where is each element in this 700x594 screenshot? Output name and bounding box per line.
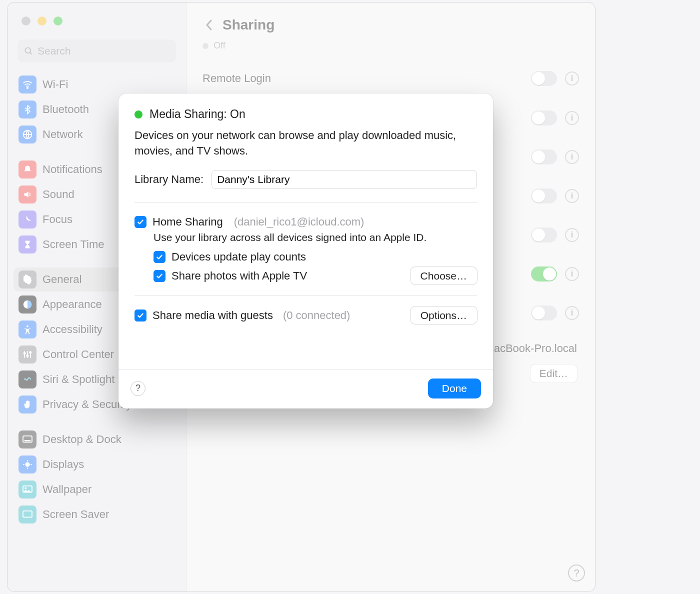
back-button[interactable] (200, 16, 218, 34)
info-icon[interactable]: i (565, 189, 579, 203)
row-status-off: Off (196, 40, 586, 59)
home-sharing-description: Use your library across all devices sign… (154, 232, 477, 244)
sidebar-item-label: Bluetooth (42, 103, 89, 116)
display-icon (18, 456, 36, 474)
sharing-toggle[interactable] (531, 71, 557, 86)
local-hostname: acBook-Pro.local (494, 342, 577, 355)
hourglass-icon (18, 236, 36, 254)
dialog-help-button[interactable]: ? (130, 381, 146, 396)
sidebar-item-label: Notifications (42, 163, 102, 176)
sidebar-item-label: Siri & Spotlight (42, 373, 114, 386)
share-guests-count: (0 connected) (283, 309, 350, 322)
guest-options-button[interactable]: Options… (410, 306, 477, 324)
share-guests-label: Share media with guests (152, 309, 273, 322)
sidebar-item-label: Focus (42, 213, 72, 226)
page-title: Sharing (222, 17, 274, 33)
sidebar-item-label: Wi-Fi (42, 78, 68, 91)
sliders-icon (18, 346, 36, 364)
sharing-toggle[interactable] (531, 306, 557, 320)
media-sharing-status: Media Sharing: On (150, 108, 246, 121)
svg-point-0 (25, 48, 30, 53)
sidebar-item-label: General (42, 273, 82, 286)
status-dot-on (134, 110, 142, 118)
info-icon[interactable]: i (565, 111, 579, 125)
home-sharing-label: Home Sharing (152, 216, 223, 228)
saver-icon (18, 506, 36, 524)
svg-point-11 (26, 355, 28, 356)
info-icon[interactable]: i (565, 150, 579, 164)
svg-rect-23 (23, 511, 32, 518)
sharing-toggle[interactable] (531, 188, 557, 204)
sharing-toggle[interactable] (531, 228, 557, 242)
svg-point-12 (30, 352, 31, 353)
bluetooth-icon (18, 100, 36, 118)
choose-photos-button[interactable]: Choose… (410, 267, 477, 284)
sidebar-item-wallpaper[interactable]: Wallpaper (14, 478, 180, 502)
sidebar-item-label: Control Center (42, 348, 114, 361)
sharing-toggle[interactable] (531, 150, 557, 164)
sidebar-item-label: Displays (42, 458, 84, 471)
svg-point-16 (25, 462, 30, 466)
svg-point-2 (27, 88, 28, 88)
svg-point-10 (24, 352, 26, 354)
gear-icon (18, 270, 36, 288)
play-counts-label: Devices update play counts (172, 250, 306, 264)
search-field[interactable] (18, 40, 176, 62)
search-icon (24, 46, 34, 56)
share-photos-label: Share photos with Apple TV (172, 270, 307, 282)
share-guests-checkbox[interactable] (134, 310, 146, 322)
svg-point-22 (25, 488, 27, 490)
close-window-button[interactable] (22, 16, 30, 26)
globe-icon (18, 126, 36, 144)
media-sharing-description: Devices on your network can browse and p… (134, 128, 477, 159)
off-label: Off (214, 40, 226, 51)
sidebar-item-label: Screen Saver (42, 508, 109, 521)
window-controls (8, 2, 186, 26)
sidebar-item-desktop-dock[interactable]: Desktop & Dock (14, 428, 180, 452)
sharing-row: Remote Logini (196, 59, 586, 98)
sidebar-item-label: Sound (42, 188, 74, 201)
sidebar-item-label: Network (42, 128, 83, 141)
sharing-toggle[interactable] (531, 266, 557, 282)
edit-hostname-button[interactable]: Edit… (530, 364, 577, 382)
sidebar-item-label: Accessibility (42, 323, 102, 336)
sidebar-item-wi-fi[interactable]: Wi-Fi (14, 72, 180, 96)
svg-point-6 (26, 326, 28, 328)
svg-rect-15 (24, 440, 31, 442)
siri-icon (18, 370, 36, 388)
library-name-label: Library Name: (134, 173, 204, 186)
search-input[interactable] (38, 45, 170, 57)
done-button[interactable]: Done (428, 378, 481, 398)
sidebar-item-displays[interactable]: Displays (14, 452, 180, 476)
svg-line-1 (30, 52, 32, 54)
wallpaper-icon (18, 480, 36, 498)
info-icon[interactable]: i (565, 72, 579, 86)
home-sharing-account: (daniel_rico1@icloud.com) (234, 216, 364, 228)
a11y-icon (18, 320, 36, 338)
sidebar-item-screen-saver[interactable]: Screen Saver (14, 502, 180, 526)
dock-icon (18, 430, 36, 448)
media-sharing-dialog: Media Sharing: On Devices on your networ… (118, 94, 493, 408)
library-name-input[interactable] (212, 170, 477, 189)
sidebar-item-label: Desktop & Dock (42, 433, 122, 446)
sidebar-item-label: Appearance (42, 298, 102, 311)
info-icon[interactable]: i (565, 228, 579, 242)
maximize-window-button[interactable] (54, 16, 62, 26)
sharing-toggle[interactable] (531, 110, 557, 126)
help-button[interactable]: ? (568, 564, 585, 582)
play-counts-checkbox[interactable] (154, 251, 166, 263)
home-sharing-checkbox[interactable] (134, 216, 146, 228)
speaker-icon (18, 186, 36, 204)
sidebar-item-label: Screen Time (42, 238, 104, 251)
wifi-icon (18, 76, 36, 94)
moon-icon (18, 210, 36, 228)
status-dot-off (202, 43, 208, 49)
sidebar-item-label: Wallpaper (42, 483, 92, 496)
info-icon[interactable]: i (565, 306, 579, 320)
sharing-row-label: Remote Login (202, 72, 271, 85)
appearance-icon (18, 296, 36, 314)
minimize-window-button[interactable] (38, 16, 46, 26)
share-photos-checkbox[interactable] (154, 270, 166, 282)
info-icon[interactable]: i (565, 267, 579, 281)
hand-icon (18, 396, 36, 414)
